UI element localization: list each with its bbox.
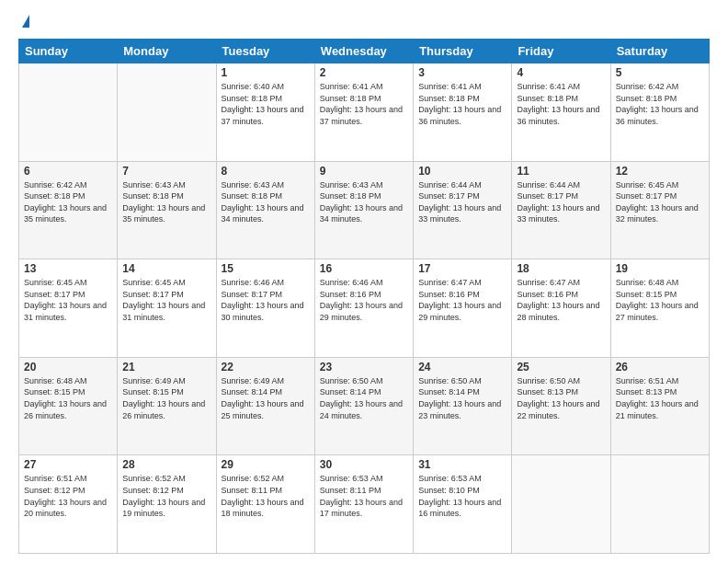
calendar-cell: 9Sunrise: 6:43 AM Sunset: 8:18 PM Daylig… xyxy=(314,161,413,259)
day-info: Sunrise: 6:43 AM Sunset: 8:18 PM Dayligh… xyxy=(222,179,310,225)
calendar-cell: 2Sunrise: 6:41 AM Sunset: 8:18 PM Daylig… xyxy=(314,63,413,162)
day-info: Sunrise: 6:47 AM Sunset: 8:16 PM Dayligh… xyxy=(418,277,506,323)
day-info: Sunrise: 6:49 AM Sunset: 8:14 PM Dayligh… xyxy=(222,375,310,421)
day-info: Sunrise: 6:46 AM Sunset: 8:16 PM Dayligh… xyxy=(320,277,408,323)
day-number: 30 xyxy=(320,458,408,471)
day-number: 19 xyxy=(616,262,704,275)
day-number: 4 xyxy=(517,66,605,79)
weekday-header: Monday xyxy=(118,40,216,63)
day-info: Sunrise: 6:44 AM Sunset: 8:17 PM Dayligh… xyxy=(517,179,605,225)
calendar-week-row: 1Sunrise: 6:40 AM Sunset: 8:18 PM Daylig… xyxy=(19,63,710,162)
day-info: Sunrise: 6:51 AM Sunset: 8:13 PM Dayligh… xyxy=(616,375,704,421)
calendar-cell: 14Sunrise: 6:45 AM Sunset: 8:17 PM Dayli… xyxy=(118,259,216,358)
calendar-week-row: 13Sunrise: 6:45 AM Sunset: 8:17 PM Dayli… xyxy=(19,259,710,358)
day-info: Sunrise: 6:45 AM Sunset: 8:17 PM Dayligh… xyxy=(24,277,112,323)
day-info: Sunrise: 6:50 AM Sunset: 8:14 PM Dayligh… xyxy=(418,375,506,421)
calendar-cell: 25Sunrise: 6:50 AM Sunset: 8:13 PM Dayli… xyxy=(512,357,610,455)
day-info: Sunrise: 6:53 AM Sunset: 8:11 PM Dayligh… xyxy=(320,473,408,519)
calendar-week-row: 20Sunrise: 6:48 AM Sunset: 8:15 PM Dayli… xyxy=(19,357,710,455)
day-number: 18 xyxy=(517,262,605,275)
logo-triangle-icon xyxy=(22,15,29,28)
weekday-header: Saturday xyxy=(610,40,709,63)
calendar-cell: 31Sunrise: 6:53 AM Sunset: 8:10 PM Dayli… xyxy=(414,455,512,554)
day-info: Sunrise: 6:49 AM Sunset: 8:15 PM Dayligh… xyxy=(122,375,210,421)
calendar-cell: 13Sunrise: 6:45 AM Sunset: 8:17 PM Dayli… xyxy=(19,259,118,358)
day-info: Sunrise: 6:44 AM Sunset: 8:17 PM Dayligh… xyxy=(418,179,506,225)
day-info: Sunrise: 6:40 AM Sunset: 8:18 PM Dayligh… xyxy=(222,81,310,127)
day-number: 31 xyxy=(418,458,506,471)
day-info: Sunrise: 6:48 AM Sunset: 8:15 PM Dayligh… xyxy=(616,277,704,323)
day-info: Sunrise: 6:52 AM Sunset: 8:11 PM Dayligh… xyxy=(222,473,310,519)
day-info: Sunrise: 6:41 AM Sunset: 8:18 PM Dayligh… xyxy=(418,81,506,127)
day-number: 16 xyxy=(320,262,408,275)
day-number: 12 xyxy=(616,165,704,178)
day-number: 23 xyxy=(320,361,408,373)
day-info: Sunrise: 6:42 AM Sunset: 8:18 PM Dayligh… xyxy=(24,179,112,225)
weekday-header: Friday xyxy=(512,40,610,63)
calendar-cell: 22Sunrise: 6:49 AM Sunset: 8:14 PM Dayli… xyxy=(216,357,314,455)
day-number: 5 xyxy=(616,66,704,79)
calendar-cell: 19Sunrise: 6:48 AM Sunset: 8:15 PM Dayli… xyxy=(610,259,709,358)
day-number: 25 xyxy=(517,361,605,373)
calendar-cell: 4Sunrise: 6:41 AM Sunset: 8:18 PM Daylig… xyxy=(512,63,610,162)
day-info: Sunrise: 6:45 AM Sunset: 8:17 PM Dayligh… xyxy=(122,277,210,323)
day-info: Sunrise: 6:41 AM Sunset: 8:18 PM Dayligh… xyxy=(517,81,605,127)
calendar-cell xyxy=(512,455,610,554)
calendar-header-row: SundayMondayTuesdayWednesdayThursdayFrid… xyxy=(19,40,710,63)
weekday-header: Sunday xyxy=(19,40,118,63)
day-info: Sunrise: 6:41 AM Sunset: 8:18 PM Dayligh… xyxy=(320,81,408,127)
day-number: 14 xyxy=(122,262,210,275)
day-number: 15 xyxy=(222,262,310,275)
calendar-cell: 5Sunrise: 6:42 AM Sunset: 8:18 PM Daylig… xyxy=(610,63,709,162)
day-number: 3 xyxy=(418,66,506,79)
day-info: Sunrise: 6:50 AM Sunset: 8:14 PM Dayligh… xyxy=(320,375,408,421)
calendar-cell: 6Sunrise: 6:42 AM Sunset: 8:18 PM Daylig… xyxy=(19,161,118,259)
day-number: 10 xyxy=(418,165,506,178)
calendar-cell: 27Sunrise: 6:51 AM Sunset: 8:12 PM Dayli… xyxy=(19,455,118,554)
page: SundayMondayTuesdayWednesdayThursdayFrid… xyxy=(0,0,728,563)
day-info: Sunrise: 6:51 AM Sunset: 8:12 PM Dayligh… xyxy=(24,473,112,519)
calendar-cell xyxy=(610,455,709,554)
day-number: 28 xyxy=(122,458,210,471)
calendar-week-row: 6Sunrise: 6:42 AM Sunset: 8:18 PM Daylig… xyxy=(19,161,710,259)
calendar-cell: 24Sunrise: 6:50 AM Sunset: 8:14 PM Dayli… xyxy=(414,357,512,455)
calendar-week-row: 27Sunrise: 6:51 AM Sunset: 8:12 PM Dayli… xyxy=(19,455,710,554)
day-number: 8 xyxy=(222,165,310,178)
day-info: Sunrise: 6:50 AM Sunset: 8:13 PM Dayligh… xyxy=(517,375,605,421)
calendar-cell: 18Sunrise: 6:47 AM Sunset: 8:16 PM Dayli… xyxy=(512,259,610,358)
day-number: 11 xyxy=(517,165,605,178)
calendar-cell: 11Sunrise: 6:44 AM Sunset: 8:17 PM Dayli… xyxy=(512,161,610,259)
calendar-cell: 12Sunrise: 6:45 AM Sunset: 8:17 PM Dayli… xyxy=(610,161,709,259)
calendar-cell: 3Sunrise: 6:41 AM Sunset: 8:18 PM Daylig… xyxy=(414,63,512,162)
calendar-cell: 10Sunrise: 6:44 AM Sunset: 8:17 PM Dayli… xyxy=(414,161,512,259)
calendar-cell: 28Sunrise: 6:52 AM Sunset: 8:12 PM Dayli… xyxy=(118,455,216,554)
calendar-cell: 30Sunrise: 6:53 AM Sunset: 8:11 PM Dayli… xyxy=(314,455,413,554)
day-number: 22 xyxy=(222,361,310,373)
day-info: Sunrise: 6:43 AM Sunset: 8:18 PM Dayligh… xyxy=(122,179,210,225)
day-info: Sunrise: 6:43 AM Sunset: 8:18 PM Dayligh… xyxy=(320,179,408,225)
calendar-cell: 20Sunrise: 6:48 AM Sunset: 8:15 PM Dayli… xyxy=(19,357,118,455)
calendar-cell: 7Sunrise: 6:43 AM Sunset: 8:18 PM Daylig… xyxy=(118,161,216,259)
day-number: 20 xyxy=(24,361,112,373)
calendar-table: SundayMondayTuesdayWednesdayThursdayFrid… xyxy=(18,39,710,554)
day-number: 17 xyxy=(418,262,506,275)
day-number: 2 xyxy=(320,66,408,79)
day-number: 13 xyxy=(24,262,112,275)
calendar-cell: 23Sunrise: 6:50 AM Sunset: 8:14 PM Dayli… xyxy=(314,357,413,455)
day-info: Sunrise: 6:52 AM Sunset: 8:12 PM Dayligh… xyxy=(122,473,210,519)
calendar-cell xyxy=(19,63,118,162)
calendar-cell: 26Sunrise: 6:51 AM Sunset: 8:13 PM Dayli… xyxy=(610,357,709,455)
day-number: 24 xyxy=(418,361,506,373)
calendar-cell: 29Sunrise: 6:52 AM Sunset: 8:11 PM Dayli… xyxy=(216,455,314,554)
day-number: 29 xyxy=(222,458,310,471)
calendar-cell: 16Sunrise: 6:46 AM Sunset: 8:16 PM Dayli… xyxy=(314,259,413,358)
header xyxy=(18,15,710,29)
day-info: Sunrise: 6:46 AM Sunset: 8:17 PM Dayligh… xyxy=(222,277,310,323)
day-number: 6 xyxy=(24,165,112,178)
day-info: Sunrise: 6:45 AM Sunset: 8:17 PM Dayligh… xyxy=(616,179,704,225)
day-number: 1 xyxy=(222,66,310,79)
logo xyxy=(18,15,29,29)
calendar-cell: 15Sunrise: 6:46 AM Sunset: 8:17 PM Dayli… xyxy=(216,259,314,358)
day-number: 7 xyxy=(122,165,210,178)
weekday-header: Thursday xyxy=(414,40,512,63)
